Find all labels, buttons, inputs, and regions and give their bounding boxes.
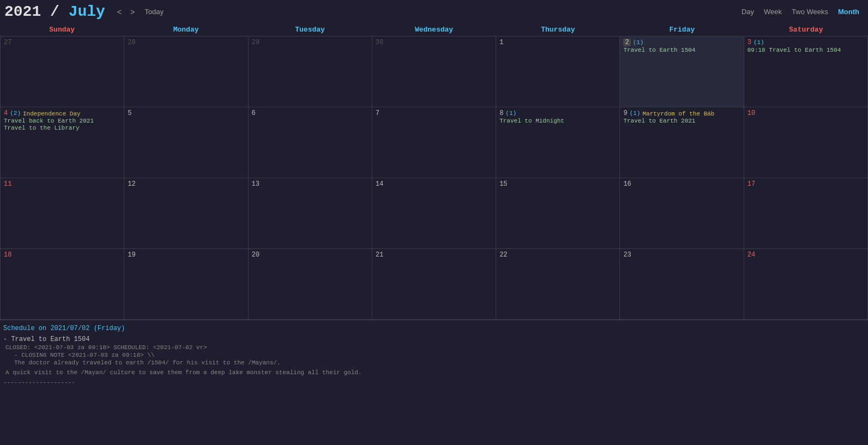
day-num-jun28: 28 — [128, 39, 135, 46]
cell-jun30[interactable]: 30 — [372, 36, 496, 107]
day-num-10: 10 — [748, 109, 755, 117]
day-num-13: 13 — [252, 180, 260, 188]
event-count-3: (1) — [754, 39, 764, 46]
cell-jul16[interactable]: 16 — [620, 178, 744, 249]
month-label: July — [69, 3, 105, 20]
cell-jul14[interactable]: 14 — [372, 178, 496, 249]
cell-jul05[interactable]: 5 — [124, 107, 248, 178]
day-num-18: 18 — [4, 251, 11, 259]
view-month-button[interactable]: Month — [834, 7, 864, 17]
event-count-8: (1) — [505, 110, 516, 117]
schedule-meta: CLOSED: <2021-07-03 za 09:18> SCHEDULED:… — [5, 344, 865, 351]
day-num-3: 3 — [748, 39, 751, 46]
cell-jul22[interactable]: 22 — [496, 249, 620, 320]
event-jul04-2[interactable]: Travel to the Library — [4, 125, 120, 131]
cell-jul02[interactable]: 2 (1) Travel to Earth 1504 — [620, 36, 744, 107]
schedule-panel: Schedule on 2021/07/02 (Friday) - Travel… — [0, 320, 868, 388]
event-jul02-1[interactable]: Travel to Earth 1504 — [623, 47, 740, 53]
day-headers: Sunday Monday Tuesday Wednesday Thursday… — [0, 23, 868, 36]
day-num-23: 23 — [623, 251, 631, 259]
header-sunday: Sunday — [0, 23, 124, 36]
schedule-separator: -------------------- — [3, 379, 865, 386]
day-num-19: 19 — [128, 251, 135, 259]
cell-jul10[interactable]: 10 — [744, 107, 868, 178]
schedule-note-label: - CLOSING NOTE <2021-07-03 za 09:18> \\ — [14, 352, 865, 358]
cell-jul11[interactable]: 11 — [1, 178, 124, 249]
day-num-17: 17 — [748, 180, 755, 188]
day-num-4: 4 — [4, 109, 8, 117]
cell-jul13[interactable]: 13 — [249, 178, 372, 249]
cell-jul19[interactable]: 19 — [124, 249, 248, 320]
cell-jun27[interactable]: 27 — [1, 36, 124, 107]
calendar-grid: 27 28 29 30 1 2 (1) Travel to Earth 1504… — [0, 36, 868, 320]
view-buttons: Day Week Two Weeks Month — [737, 7, 864, 17]
view-two-weeks-button[interactable]: Two Weeks — [787, 7, 833, 17]
cell-jun28[interactable]: 28 — [124, 36, 248, 107]
schedule-title: Schedule on 2021/07/02 (Friday) — [3, 325, 865, 332]
cell-jul09[interactable]: 9 (1) Martyrdom of the Báb Travel to Ear… — [620, 107, 744, 178]
day-num-11: 11 — [4, 180, 11, 188]
day-num-21: 21 — [376, 251, 383, 259]
today-button[interactable]: Today — [140, 7, 168, 17]
event-jul09-1[interactable]: Travel to Earth 2021 — [623, 118, 740, 124]
slash-label: / — [41, 3, 68, 20]
cell-jul06[interactable]: 6 — [249, 107, 372, 178]
view-week-button[interactable]: Week — [760, 7, 786, 17]
nav-buttons: < > Today — [114, 7, 168, 17]
day-num-16: 16 — [623, 180, 631, 188]
event-jul04-1[interactable]: Travel back to Earth 2021 — [4, 118, 120, 124]
day-num-jun27: 27 — [4, 39, 11, 46]
cell-jul01[interactable]: 1 — [496, 36, 620, 107]
day-num-5: 5 — [128, 109, 131, 117]
schedule-note-body: The doctor already traveled to earth /15… — [14, 359, 865, 366]
prev-button[interactable]: < — [114, 7, 125, 17]
day-num-2: 2 — [623, 39, 630, 46]
event-count-2: (1) — [633, 39, 644, 46]
cell-jul08[interactable]: 8 (1) Travel to Midnight — [496, 107, 620, 178]
day-num-jun29: 29 — [252, 39, 260, 46]
schedule-desc: A quick visit to the /Mayan/ culture to … — [5, 369, 865, 376]
day-num-8: 8 — [499, 109, 503, 117]
day-num-jun30: 30 — [376, 39, 383, 46]
header-thursday: Thursday — [496, 23, 620, 36]
header-monday: Monday — [124, 23, 248, 36]
cell-jul23[interactable]: 23 — [620, 249, 744, 320]
event-count-9: (1) — [630, 110, 641, 117]
calendar-title: 2021 / July — [4, 3, 105, 20]
cell-jul21[interactable]: 21 — [372, 249, 496, 320]
cell-jul12[interactable]: 12 — [124, 178, 248, 249]
cell-jul20[interactable]: 20 — [249, 249, 372, 320]
year-label: 2021 — [4, 3, 41, 20]
schedule-entry-1: - Travel to Earth 1504 CLOSED: <2021-07-… — [3, 336, 865, 376]
header-friday: Friday — [620, 23, 744, 36]
schedule-entry-title: - Travel to Earth 1504 — [3, 336, 865, 343]
cell-jul03[interactable]: 3 (1) 09:18 Travel to Earth 1504 — [744, 36, 868, 107]
day-num-20: 20 — [252, 251, 260, 259]
next-button[interactable]: > — [127, 7, 138, 17]
day-num-6: 6 — [252, 109, 256, 117]
holiday-bab: Martyrdom of the Báb — [642, 111, 714, 117]
holiday-independence: Independence Day — [23, 111, 81, 117]
header-wednesday: Wednesday — [372, 23, 496, 36]
event-jul03-1[interactable]: 09:18 Travel to Earth 1504 — [748, 47, 864, 53]
view-day-button[interactable]: Day — [737, 7, 758, 17]
day-num-7: 7 — [376, 109, 379, 117]
day-num-24: 24 — [748, 251, 755, 259]
day-num-14: 14 — [376, 180, 383, 188]
cell-jul15[interactable]: 15 — [496, 178, 620, 249]
cell-jun29[interactable]: 29 — [249, 36, 372, 107]
event-jul08-1[interactable]: Travel to Midnight — [499, 118, 616, 124]
cell-jul18[interactable]: 18 — [1, 249, 124, 320]
cell-jul07[interactable]: 7 — [372, 107, 496, 178]
header-saturday: Saturday — [744, 23, 868, 36]
cell-jul17[interactable]: 17 — [744, 178, 868, 249]
cell-jul04[interactable]: 4 (2) Independence Day Travel back to Ea… — [1, 107, 124, 178]
day-num-1: 1 — [499, 39, 503, 46]
day-num-22: 22 — [499, 251, 507, 259]
calendar-header: 2021 / July < > Today Day Week Two Weeks… — [0, 0, 868, 23]
day-num-15: 15 — [499, 180, 507, 188]
header-tuesday: Tuesday — [248, 23, 372, 36]
day-num-9: 9 — [623, 109, 627, 117]
cell-jul24[interactable]: 24 — [744, 249, 868, 320]
event-count-4: (2) — [10, 110, 21, 117]
